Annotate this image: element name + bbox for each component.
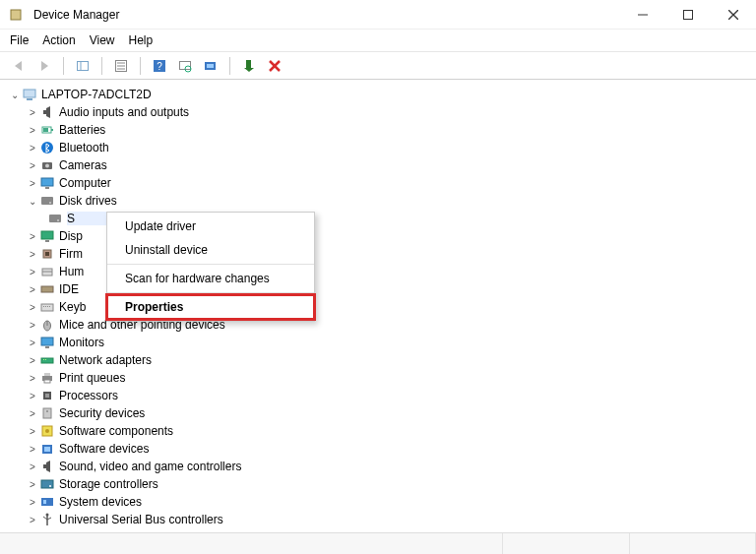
expand-icon[interactable]: >	[26, 515, 39, 525]
expand-icon[interactable]: >	[26, 249, 39, 260]
tree-category[interactable]: >Processors	[8, 387, 752, 404]
expand-icon[interactable]: >	[26, 125, 39, 136]
tree-category[interactable]: >Computer	[8, 174, 752, 192]
device-tree[interactable]: ⌄ LAPTOP-7ADCLT2D >Audio inputs and outp…	[0, 80, 756, 529]
tree-category[interactable]: >Software components	[8, 422, 752, 440]
svg-rect-71	[41, 480, 53, 488]
tree-category[interactable]: >Sound, video and game controllers	[8, 458, 752, 475]
expand-icon[interactable]: >	[26, 267, 39, 277]
hid-icon	[39, 264, 55, 279]
expand-icon[interactable]: >	[26, 408, 39, 419]
svg-rect-46	[41, 304, 53, 311]
tree-category-label: Software devices	[59, 442, 149, 456]
menu-action[interactable]: Action	[42, 33, 75, 47]
monitor-icon	[39, 175, 55, 191]
status-cell	[0, 533, 503, 554]
expand-icon[interactable]: >	[26, 302, 39, 313]
tree-category-label: Computer	[59, 176, 111, 190]
expand-icon[interactable]: >	[26, 355, 39, 366]
svg-rect-50	[49, 306, 50, 307]
tree-category-label: Bluetooth	[59, 141, 109, 154]
tree-category[interactable]: >Software devices	[8, 440, 752, 458]
tree-category-label: Storage controllers	[59, 477, 158, 491]
menu-view[interactable]: View	[90, 33, 115, 47]
update-driver-button[interactable]	[200, 55, 221, 77]
tree-category[interactable]: >Security devices	[8, 404, 752, 422]
tree-category[interactable]: >Print queues	[8, 369, 752, 387]
system-icon	[39, 494, 55, 510]
speaker-icon	[39, 104, 55, 120]
svg-rect-48	[45, 306, 46, 307]
tree-category-label: Network adapters	[59, 353, 152, 367]
expand-icon[interactable]: >	[26, 479, 39, 490]
tree-root[interactable]: ⌄ LAPTOP-7ADCLT2D	[8, 86, 752, 103]
forward-button[interactable]	[33, 55, 55, 77]
disk-icon	[39, 193, 55, 209]
computer-icon	[22, 87, 37, 102]
minimize-button[interactable]	[620, 0, 665, 30]
expand-icon[interactable]: >	[26, 160, 39, 171]
svg-rect-60	[44, 380, 50, 383]
svg-rect-73	[41, 498, 53, 506]
enable-device-button[interactable]	[238, 55, 260, 77]
uninstall-device-button[interactable]	[264, 55, 285, 77]
context-menu-scan-hardware[interactable]: Scan for hardware changes	[107, 267, 314, 290]
svg-rect-47	[43, 306, 44, 307]
printer-icon	[39, 370, 55, 386]
maximize-button[interactable]	[665, 0, 711, 30]
sound-icon	[39, 459, 55, 474]
tree-category[interactable]: >System devices	[8, 493, 752, 511]
disk-icon	[47, 211, 63, 226]
scan-hardware-button[interactable]	[174, 55, 196, 77]
collapse-icon[interactable]: ⌄	[26, 196, 39, 207]
tree-category[interactable]: >Bluetooth	[8, 139, 752, 156]
back-button[interactable]	[8, 55, 30, 77]
tree-category[interactable]: >Batteries	[8, 121, 752, 139]
expand-icon[interactable]: >	[26, 338, 39, 348]
tree-category[interactable]: >Universal Serial Bus controllers	[8, 511, 752, 528]
context-menu-update-driver[interactable]: Update driver	[107, 215, 314, 238]
expand-icon[interactable]: >	[26, 320, 39, 331]
close-button[interactable]	[711, 0, 756, 30]
expand-icon[interactable]: >	[26, 426, 39, 437]
expand-icon[interactable]: >	[26, 497, 39, 508]
expand-icon[interactable]: >	[26, 231, 39, 242]
menu-file[interactable]: File	[10, 33, 29, 47]
expand-icon[interactable]: >	[26, 284, 39, 295]
tree-category[interactable]: >Storage controllers	[8, 475, 752, 493]
expand-icon[interactable]: >	[26, 391, 39, 401]
expand-icon[interactable]: >	[26, 462, 39, 472]
tree-category[interactable]: >Audio inputs and outputs	[8, 103, 752, 121]
chip-icon	[39, 246, 55, 262]
svg-rect-35	[41, 197, 53, 205]
menu-help[interactable]: Help	[129, 33, 154, 47]
svg-rect-63	[43, 408, 51, 418]
tree-category[interactable]: >Cameras	[8, 156, 752, 174]
svg-rect-33	[41, 178, 53, 186]
expand-icon[interactable]: >	[26, 143, 39, 154]
svg-rect-56	[43, 359, 44, 360]
collapse-icon[interactable]: ⌄	[8, 90, 22, 100]
svg-point-36	[49, 202, 51, 204]
properties-button[interactable]	[110, 55, 132, 77]
tree-category[interactable]: >Monitors	[8, 334, 752, 351]
toolbar-separator	[101, 57, 102, 75]
svg-rect-2	[684, 10, 693, 19]
expand-icon[interactable]: >	[26, 444, 39, 455]
svg-rect-53	[41, 338, 53, 345]
svg-rect-42	[45, 252, 49, 256]
svg-rect-68	[44, 447, 50, 452]
context-menu-uninstall-device[interactable]: Uninstall device	[107, 238, 314, 262]
toolbar-separator	[140, 57, 141, 75]
expand-icon[interactable]: >	[26, 107, 39, 118]
show-hide-console-button[interactable]	[72, 55, 94, 77]
tree-category-label: Sound, video and game controllers	[59, 460, 241, 473]
context-menu-properties[interactable]: Properties	[107, 295, 314, 319]
tree-category[interactable]: ⌄Disk drives	[8, 192, 752, 210]
mouse-icon	[39, 317, 55, 333]
help-button[interactable]: ?	[149, 55, 170, 77]
expand-icon[interactable]: >	[26, 178, 39, 189]
tree-category[interactable]: >Network adapters	[8, 351, 752, 369]
context-menu: Update driverUninstall deviceScan for ha…	[106, 212, 315, 322]
expand-icon[interactable]: >	[26, 373, 39, 384]
